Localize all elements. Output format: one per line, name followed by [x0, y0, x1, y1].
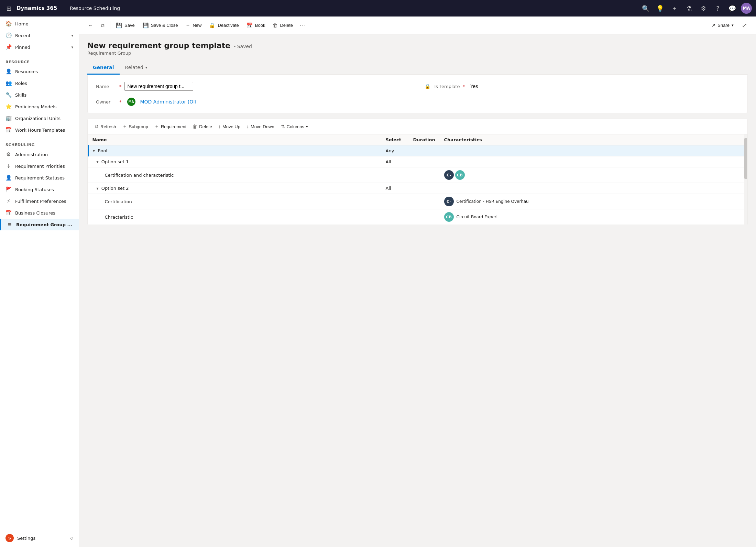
save-button[interactable]: 💾 Save	[112, 20, 138, 31]
sidebar-label-org-units: Organizational Units	[15, 116, 73, 121]
cb-text: Circuit Board Expert	[457, 215, 498, 219]
lock-icon: 🔒	[425, 84, 430, 89]
deactivate-label: Deactivate	[218, 23, 239, 28]
scroll-thumb[interactable]	[744, 138, 747, 179]
sidebar-item-work-hours[interactable]: 📅 Work Hours Templates	[0, 124, 79, 136]
waffle-menu[interactable]: ⊞	[4, 3, 14, 13]
sidebar-settings: S Settings ◇	[0, 529, 79, 547]
save-close-button[interactable]: 💾 Save & Close	[139, 20, 182, 31]
row-duration-certification	[409, 194, 440, 209]
pop-out-button[interactable]: ⧉	[97, 20, 108, 31]
is-template-value: Yes	[470, 84, 478, 89]
book-icon: 📅	[246, 22, 253, 29]
refresh-icon: ↺	[95, 124, 99, 129]
settings-icon[interactable]: ⚙	[698, 2, 709, 14]
save-icon: 💾	[116, 22, 122, 29]
back-button[interactable]: ←	[85, 20, 97, 30]
sidebar-label-administration: Administration	[15, 152, 73, 157]
columns-button[interactable]: ⚗ Columns ▾	[278, 122, 311, 131]
char-badges-cb: CB Circuit Board Expert	[444, 212, 740, 222]
skills-icon: 🔧	[6, 92, 12, 98]
new-button[interactable]: ＋ New	[182, 20, 205, 31]
user-avatar[interactable]: MA	[741, 3, 752, 14]
tab-bar: General Related ▾	[87, 61, 748, 75]
move-up-button[interactable]: ↑ Move Up	[216, 122, 243, 131]
sidebar-item-recent[interactable]: 🕐 Recent ▾	[0, 30, 79, 41]
table-scroll-container: Name Select Duration Characteristics	[88, 134, 747, 225]
sidebar-item-org-units[interactable]: 🏢 Organizational Units	[0, 112, 79, 124]
table-row[interactable]: Chracteristic CB Circuit Board Expert	[88, 209, 744, 225]
requirement-table: Name Select Duration Characteristics	[88, 134, 744, 225]
scrollbar[interactable]	[744, 134, 747, 225]
book-button[interactable]: 📅 Book	[243, 20, 269, 31]
add-icon[interactable]: ＋	[669, 2, 680, 14]
save-label: Save	[124, 23, 135, 28]
sidebar-item-administration[interactable]: ⚙ Administration	[0, 149, 79, 160]
table-row[interactable]: ▾ Option set 2 All	[88, 183, 744, 194]
requirement-label: Requirement	[161, 124, 186, 129]
chracteristic-label: Chracteristic	[105, 215, 133, 220]
pin-icon: 📌	[6, 44, 12, 50]
req-statuses-icon: 👤	[6, 175, 12, 181]
share-button[interactable]: ↗ Share ▾	[708, 21, 738, 30]
expand-button[interactable]: ⤢	[738, 20, 750, 31]
cert-badges: C- Certification - HSR Engine Overhau	[444, 197, 740, 206]
page-header: New requirement group template - Saved R…	[87, 41, 748, 56]
table-row[interactable]: ▾ Option set 1 All	[88, 156, 744, 167]
settings-label: Settings	[17, 536, 35, 541]
proficiency-icon: ⭐	[6, 103, 12, 110]
deactivate-button[interactable]: 🔒 Deactivate	[206, 20, 242, 31]
page-saved-badge: - Saved	[234, 44, 252, 49]
sidebar-item-resources[interactable]: 👤 Resources	[0, 66, 79, 77]
row-select-cert-char	[382, 167, 409, 183]
filter-icon[interactable]: ⚗	[683, 2, 695, 14]
sidebar-item-req-group[interactable]: ≡ Requirement Group ...	[0, 219, 79, 230]
cert-char-label: Certification and characteristic	[105, 173, 174, 178]
owner-avatar: MA	[127, 98, 135, 106]
fulfillment-icon: ⚡	[6, 198, 12, 204]
tab-general[interactable]: General	[87, 61, 120, 75]
sidebar-item-fulfillment[interactable]: ⚡ Fulfillment Preferences	[0, 195, 79, 207]
recent-icon: 🕐	[6, 32, 12, 39]
sidebar-item-home[interactable]: 🏠 Home	[0, 18, 79, 30]
table-row[interactable]: ▾ Root Any	[88, 145, 744, 156]
sidebar-item-business-closures[interactable]: 📅 Business Closures	[0, 207, 79, 219]
sidebar-item-req-statuses[interactable]: 👤 Requirement Statuses	[0, 172, 79, 184]
move-down-button[interactable]: ↓ Move Down	[244, 122, 277, 131]
table-row[interactable]: Certification C- Certification - HSR Eng…	[88, 194, 744, 209]
row-chars-certification: C- Certification - HSR Engine Overhau	[440, 194, 744, 209]
name-input[interactable]	[124, 82, 193, 91]
row-duration-chracteristic	[409, 209, 440, 225]
row-select-root: Any	[382, 145, 409, 156]
owner-link[interactable]: MOD Administrator (Off	[140, 99, 197, 105]
row-name-cert-char: Certification and characteristic	[88, 167, 382, 183]
refresh-button[interactable]: ↺ Refresh	[92, 122, 119, 131]
delete-label: Delete	[280, 23, 293, 28]
help-icon[interactable]: ?	[712, 2, 724, 14]
chat-icon[interactable]: 💬	[726, 2, 738, 14]
settings-item[interactable]: S Settings ◇	[0, 530, 79, 546]
table-row[interactable]: Certification and characteristic C- CB	[88, 167, 744, 183]
new-icon: ＋	[185, 22, 190, 29]
sidebar-item-proficiency[interactable]: ⭐ Proficiency Models	[0, 101, 79, 112]
sidebar-item-roles[interactable]: 👥 Roles	[0, 77, 79, 89]
work-hours-icon: 📅	[6, 127, 12, 133]
sidebar-label-resources: Resources	[15, 69, 73, 74]
subgroup-button[interactable]: ＋ Subgroup	[120, 122, 151, 131]
sidebar-label-proficiency: Proficiency Models	[15, 104, 73, 109]
tab-related[interactable]: Related ▾	[120, 61, 153, 75]
search-icon[interactable]: 🔍	[640, 2, 651, 14]
row-chars-chracteristic: CB Circuit Board Expert	[440, 209, 744, 225]
sg-delete-button[interactable]: 🗑 Delete	[190, 122, 215, 131]
more-options-button[interactable]: ⋯	[297, 20, 309, 31]
sidebar-item-skills[interactable]: 🔧 Skills	[0, 89, 79, 101]
subgrid-card: ↺ Refresh ＋ Subgroup ＋ Requirement 🗑 Del…	[87, 119, 748, 225]
requirement-button[interactable]: ＋ Requirement	[152, 122, 189, 131]
row-select-chracteristic	[382, 209, 409, 225]
business-closures-icon: 📅	[6, 210, 12, 216]
sidebar-item-booking-statuses[interactable]: 🚩 Booking Statuses	[0, 184, 79, 195]
delete-button[interactable]: 🗑 Delete	[269, 20, 296, 30]
sidebar-item-req-priorities[interactable]: ↓ Requirement Priorities	[0, 160, 79, 172]
sidebar-item-pinned[interactable]: 📌 Pinned ▾	[0, 41, 79, 53]
lightbulb-icon[interactable]: 💡	[654, 2, 666, 14]
